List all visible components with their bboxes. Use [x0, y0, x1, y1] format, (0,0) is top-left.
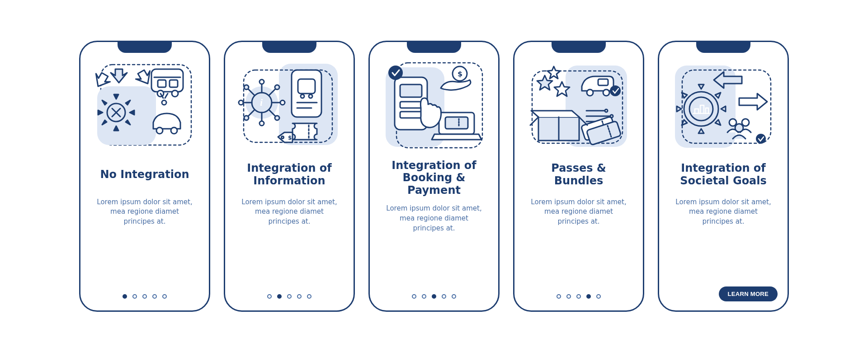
screen-title: Integration of Information — [233, 160, 345, 190]
pagination-dots — [225, 294, 354, 299]
dot-2[interactable] — [277, 294, 282, 299]
onboarding-screen-3: $ — [368, 41, 500, 312]
svg-point-56 — [388, 66, 403, 80]
svg-point-44 — [275, 116, 279, 120]
svg-rect-55 — [400, 112, 422, 118]
integration-booking-payment-icon: $ — [382, 59, 486, 154]
svg-point-76 — [756, 134, 766, 144]
dot-5[interactable] — [452, 294, 456, 299]
onboarding-stage: No Integration Lorem ipsum dolor sit ame… — [0, 0, 868, 352]
dot-1[interactable] — [267, 294, 272, 299]
svg-rect-2 — [151, 69, 183, 92]
svg-rect-50 — [445, 117, 468, 129]
phone-notch — [552, 41, 606, 53]
svg-point-61 — [603, 89, 609, 96]
svg-point-40 — [275, 85, 279, 89]
dot-1[interactable] — [123, 294, 127, 299]
dot-4[interactable] — [442, 294, 446, 299]
svg-point-60 — [587, 89, 593, 96]
onboarding-screen-1: No Integration Lorem ipsum dolor sit ame… — [79, 41, 210, 312]
svg-text:i: i — [260, 97, 263, 108]
no-integration-icon — [93, 59, 197, 154]
dot-5[interactable] — [307, 294, 311, 299]
svg-point-62 — [610, 85, 621, 96]
dot-4[interactable] — [152, 294, 157, 299]
integration-societal-goals-icon — [671, 59, 775, 154]
svg-point-7 — [172, 90, 178, 97]
svg-point-10 — [171, 127, 177, 134]
screen-body: Lorem ipsum dolor sit amet, mea regione … — [523, 197, 635, 227]
svg-point-75 — [735, 124, 743, 132]
svg-point-36 — [280, 100, 285, 105]
onboarding-screen-5: Integration of Societal Goals Lorem ipsu… — [658, 41, 789, 312]
svg-point-73 — [729, 119, 736, 126]
pagination-dots — [80, 294, 209, 299]
phone-notch — [262, 41, 316, 53]
phone-notch — [118, 41, 172, 53]
svg-text:$: $ — [288, 135, 292, 141]
svg-text:$: $ — [458, 70, 462, 78]
svg-point-63 — [605, 109, 608, 112]
onboarding-screen-4: Passes & Bundles Lorem ipsum dolor sit a… — [513, 41, 644, 312]
dot-4[interactable] — [586, 294, 591, 299]
passes-bundles-icon — [527, 59, 631, 154]
svg-point-38 — [244, 85, 249, 89]
dot-2[interactable] — [422, 294, 426, 299]
screen-body: Lorem ipsum dolor sit amet, mea regione … — [233, 197, 345, 227]
screen-title: Passes & Bundles — [523, 160, 635, 190]
screen-body: Lorem ipsum dolor sit amet, mea regione … — [89, 197, 201, 227]
dot-3[interactable] — [287, 294, 292, 299]
pagination-dots — [370, 294, 498, 299]
dot-5[interactable] — [162, 294, 167, 299]
dot-1[interactable] — [557, 294, 561, 299]
dot-5[interactable] — [596, 294, 601, 299]
integration-information-icon: $ i — [237, 59, 341, 154]
dot-3[interactable] — [576, 294, 581, 299]
svg-point-8 — [162, 100, 166, 105]
dot-2[interactable] — [132, 294, 137, 299]
dot-3[interactable] — [432, 294, 436, 299]
svg-point-30 — [259, 80, 264, 84]
onboarding-screen-2: $ i — [224, 41, 355, 312]
svg-point-74 — [742, 119, 749, 126]
screen-body: Lorem ipsum dolor sit amet, mea regione … — [667, 197, 779, 227]
svg-point-32 — [259, 121, 264, 126]
phone-notch — [696, 41, 750, 53]
screen-title: Integration of Booking & Payment — [378, 160, 490, 197]
dot-1[interactable] — [412, 294, 416, 299]
dot-2[interactable] — [566, 294, 571, 299]
dot-4[interactable] — [297, 294, 302, 299]
phone-notch — [407, 41, 461, 53]
screen-body: Lorem ipsum dolor sit amet, mea regione … — [378, 204, 490, 233]
svg-point-42 — [244, 116, 249, 120]
screen-title: Integration of Societal Goals — [667, 160, 779, 190]
dot-3[interactable] — [142, 294, 147, 299]
learn-more-button[interactable]: LEARN MORE — [719, 286, 778, 301]
screen-title: No Integration — [96, 160, 193, 190]
pagination-dots — [514, 294, 643, 299]
svg-point-34 — [239, 100, 243, 105]
svg-rect-53 — [400, 84, 422, 97]
svg-point-9 — [156, 127, 163, 134]
